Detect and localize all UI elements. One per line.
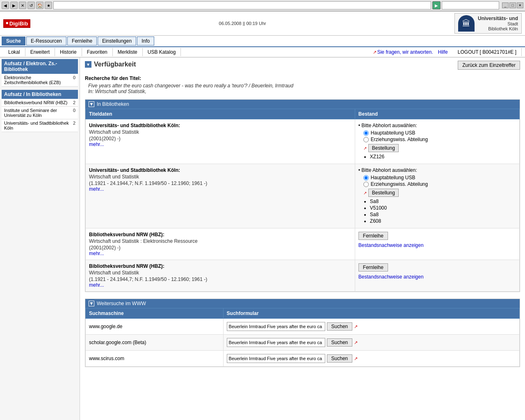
logout-link[interactable]: LOGOUT [ B00421701#E ] [453,48,522,56]
go-button[interactable]: ▶ [432,1,441,9]
back-button[interactable]: Zurück zum Einzeltreffer [458,61,520,70]
radio-hauptabteilung-input-2[interactable] [363,175,369,180]
header-datetime: 06.05.2008 || 00:19 Uhr [219,21,266,26]
back-button[interactable]: ◀ [2,2,9,9]
stop-button[interactable]: ✕ [19,2,26,9]
search-input-google[interactable] [227,322,325,331]
shelf-list-2: Sa8 V51000 Sa8 Z608 [370,199,516,224]
in-bibliotheken-header: ▼ In Bibliotheken [85,100,520,109]
refresh-button[interactable]: ↺ [27,2,35,9]
sidebar-item-institute[interactable]: Institute und Seminare der Universität z… [2,107,78,119]
minimize-button[interactable]: _ [502,2,509,8]
hilfe-link[interactable]: Hilfe [438,49,448,55]
bestandsnachweise-link-3[interactable]: Bestandsnachweise anzeigen [358,242,424,248]
sidebar-section-ezb: Aufsatz / Elektron. Zs.-Bibliothek Elekt… [2,59,78,87]
toggle-btn-verfuegbarkeit[interactable]: ▼ [85,61,91,68]
research-text-line1: Five years after the euro cash changeove… [88,83,520,89]
sidebar-section-header-ezb[interactable]: Aufsatz / Elektron. Zs.-Bibliothek [2,59,78,74]
home-button[interactable]: 🏠 [36,2,43,9]
radio-erziehung-1[interactable]: Erziehungswiss. Abteilung [363,137,516,142]
ext-link-icon-scirus: ↗ [354,356,358,361]
section-toggle-verfuegbarkeit: ▼ Verfügbarkeit [85,61,136,68]
subnav-erweitert[interactable]: Erweitert [25,48,55,56]
research-label: Recherche für den Titel: [85,75,520,81]
window-controls: _ □ ✕ [502,2,523,8]
suchen-btn-scirus[interactable]: Suchen [327,354,353,363]
forward-button[interactable]: ▶ [10,2,18,9]
shelf-item: Sa8 [370,212,516,217]
radio-hauptabteilung-input-1[interactable] [363,130,369,136]
logo-box: ■ DigiBib [3,19,30,28]
lib-mehr-4[interactable]: mehr... [89,282,104,288]
bestellung-btn-1[interactable]: Bestellung [368,144,399,152]
lib-mehr-1[interactable]: mehr... [89,142,104,147]
search-input-scholar[interactable] [227,338,325,347]
shelf-item: Sa8 [370,199,516,204]
close-button[interactable]: ✕ [517,2,523,8]
lib-mehr-3[interactable]: mehr... [89,251,104,256]
subnav-historie[interactable]: Historie [55,48,82,56]
restore-button[interactable]: □ [509,2,516,8]
bookmark-button[interactable]: ★ [45,2,52,9]
suchen-btn-google[interactable]: Suchen [327,322,353,331]
sidebar-item-label-ezb: Elektronische Zeitschriftenbibliothek (E… [4,75,73,85]
radio-group-1: Hauptabteilung USB Erziehungswiss. Abtei… [363,130,516,142]
table-cell-bestand-4: Fernleihe Bestandsnachweise anzeigen [355,260,519,292]
bestandsnachweise-link-4[interactable]: Bestandsnachweise anzeigen [358,274,424,280]
sidebar-item-label-institute: Institute und Seminare der Universität z… [4,108,73,118]
subnav-lokal[interactable]: Lokal [3,48,25,56]
radio-erziehung-input-2[interactable] [363,182,369,187]
www-table-row: www.scirus.com Suchen ↗ [86,351,520,367]
shelf-item: V51000 [370,205,516,211]
tab-suche[interactable]: Suche [2,37,25,46]
help-ask-link[interactable]: ↗ Sie fragen, wir antworten. [373,49,433,55]
table-row: Bibliotheksverbund NRW (HBZ): Wirtschaft… [86,228,520,260]
browser-search-input[interactable]: Wikipedia (de) [442,1,499,9]
radio-hauptabteilung-2[interactable]: Hauptabteilung USB [363,175,516,180]
fernleihe-btn-4[interactable]: Fernleihe [358,263,388,272]
bestellung-btn-2[interactable]: Bestellung [368,189,399,197]
ext-link-icon-2: ↗ [363,191,367,195]
subnav-merkliste[interactable]: Merkliste [113,48,143,56]
www-table: Suchmaschine Suchformular www.google.de … [85,308,520,367]
tab-eressourcen[interactable]: E-Ressourcen [26,37,66,46]
address-bar[interactable]: http://abderos.hbz-nrw.de/Digibib?SERVIC… [53,1,431,9]
sidebar-item-usb[interactable]: Universitäts- und Stadtbibliothek Köln 2 [2,119,78,132]
app-header: ■ DigiBib 06.05.2008 || 00:19 Uhr 🏛 Univ… [0,11,525,36]
radio-hauptabteilung-1[interactable]: Hauptabteilung USB [363,130,516,136]
in-bibliotheken-section: ▼ In Bibliotheken Titeldaten Bestand Uni… [85,99,520,292]
tab-info[interactable]: Info [137,37,154,46]
sidebar-item-label-hbz: Bibliotheksverbund NRW (HBZ) [4,100,67,105]
www-engine-scholar: scholar.google.com (Beta) [86,335,224,351]
tab-fernleihe[interactable]: Fernleihe [67,37,97,46]
fernleihe-btn-3[interactable]: Fernleihe [358,232,388,240]
shelf-list-1: XZ126 [370,154,516,160]
sidebar-item-ezb[interactable]: Elektronische Zeitschriftenbibliothek (E… [2,74,78,87]
ext-link-icon-1: ↗ [363,146,367,151]
subnav-favoriten[interactable]: Favoriten [82,48,113,56]
radio-erziehung-2[interactable]: Erziehungswiss. Abteilung [363,181,516,187]
www-section-title: Weitersuche im WWW [97,301,146,306]
toggle-in-bibliotheken[interactable]: ▼ [89,101,94,107]
sidebar-section-header-bibliotheken[interactable]: Aufsatz / In Bibliotheken [2,90,78,99]
lib-mehr-2[interactable]: mehr... [89,186,104,192]
browser-toolbar: ◀ ▶ ✕ ↺ 🏠 ★ http://abderos.hbz-nrw.de/Di… [0,0,525,11]
www-table-row: www.google.de Suchen ↗ [86,319,520,335]
radio-erziehung-input-1[interactable] [363,137,369,142]
sidebar-section-bibliotheken: Aufsatz / In Bibliotheken Bibliotheksver… [2,90,78,132]
logo-text: DigiBib [9,21,28,27]
tab-einstellungen[interactable]: Einstellungen [98,37,136,46]
toggle-www[interactable]: ▼ [89,301,94,306]
lib-detail-3b: (2001(2002) -) [89,245,352,251]
subnav-usb-katalog[interactable]: USB Katalog [143,48,181,56]
suchen-btn-scholar[interactable]: Suchen [327,338,353,347]
shelf-item: XZ126 [370,154,516,160]
radio-erziehung-label-2: Erziehungswiss. Abteilung [371,181,428,187]
table-cell-titeldaten-3: Bibliotheksverbund NRW (HBZ): Wirtschaft… [86,228,355,260]
nav-bar: Suche E-Ressourcen Fernleihe Einstellung… [0,36,525,47]
research-text-line2: In: Wirtschaft und Statistik, [88,89,520,94]
search-input-scirus[interactable] [227,354,325,363]
search-row-google: Suchen ↗ [227,322,516,331]
sidebar-item-hbz[interactable]: Bibliotheksverbund NRW (HBZ) 2 [2,99,78,107]
logo-area: ■ DigiBib [3,19,30,28]
